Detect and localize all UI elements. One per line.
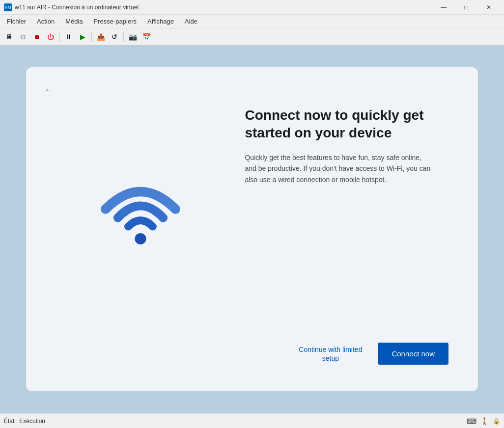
menu-action[interactable]: Action bbox=[32, 16, 59, 27]
left-side bbox=[56, 92, 225, 326]
card-actions: Continue with limitedsetup Connect now bbox=[56, 326, 448, 372]
separator-2 bbox=[91, 32, 92, 42]
pause-button[interactable]: ⏸ bbox=[62, 30, 75, 43]
setup-card: ← bbox=[26, 67, 478, 391]
menu-fichier[interactable]: Fichier bbox=[2, 16, 31, 27]
back-icon: ← bbox=[44, 85, 53, 95]
title-bar: VM w11 sur AIR - Connexion à un ordinate… bbox=[0, 0, 504, 15]
status-bar: État : Exécution ⌨ 🚶 🔒 bbox=[0, 413, 504, 428]
accessibility-icon: 🚶 bbox=[480, 417, 489, 425]
power-button[interactable]: ⏻ bbox=[44, 30, 57, 43]
keyboard-icon: ⌨ bbox=[467, 417, 476, 425]
main-heading: Connect now to quickly get started on yo… bbox=[245, 107, 448, 142]
right-side: Connect now to quickly get started on yo… bbox=[245, 92, 448, 326]
state-label: État : Exécution bbox=[4, 418, 45, 425]
refresh-button[interactable]: ↺ bbox=[108, 30, 121, 43]
title-bar-controls: — □ ✕ bbox=[432, 0, 500, 15]
circle-button[interactable]: ⊙ bbox=[17, 30, 29, 43]
app-icon: VM bbox=[4, 3, 12, 11]
window-title: w11 sur AIR - Connexion à un ordinateur … bbox=[15, 4, 139, 11]
wifi-icon bbox=[96, 170, 185, 248]
back-button[interactable]: ← bbox=[41, 82, 56, 98]
continue-limited-button[interactable]: Continue with limitedsetup bbox=[293, 341, 368, 367]
separator-3 bbox=[123, 32, 124, 42]
snapshot-button[interactable]: 📷 bbox=[126, 30, 139, 43]
separator-1 bbox=[59, 32, 60, 42]
wifi-illustration bbox=[96, 170, 185, 248]
toolbar: 🖥 ⊙ ⏺ ⏻ ⏸ ▶ 📤 ↺ 📷 📅 bbox=[0, 28, 504, 45]
card-content: Connect now to quickly get started on yo… bbox=[56, 92, 448, 326]
menu-presse-papiers[interactable]: Presse-papiers bbox=[89, 16, 141, 27]
menu-media[interactable]: Média bbox=[60, 16, 87, 27]
sub-text: Quickly get the best features to have fu… bbox=[245, 152, 431, 185]
close-button[interactable]: ✕ bbox=[477, 0, 500, 15]
connect-now-button[interactable]: Connect now bbox=[378, 343, 448, 365]
continue-limited-label: Continue with limitedsetup bbox=[299, 346, 362, 362]
play-button[interactable]: ▶ bbox=[76, 30, 89, 43]
menu-affichage[interactable]: Affichage bbox=[142, 16, 179, 27]
monitor-button[interactable]: 🖥 bbox=[3, 30, 16, 43]
svg-point-0 bbox=[135, 233, 146, 244]
calendar-button[interactable]: 📅 bbox=[140, 30, 153, 43]
title-bar-left: VM w11 sur AIR - Connexion à un ordinate… bbox=[4, 3, 139, 11]
lock-icon: 🔒 bbox=[493, 418, 500, 425]
maximize-button[interactable]: □ bbox=[455, 0, 477, 15]
menu-aide[interactable]: Aide bbox=[180, 16, 202, 27]
status-bar-right: ⌨ 🚶 🔒 bbox=[467, 417, 500, 425]
main-area: ← bbox=[0, 45, 504, 413]
menu-bar: Fichier Action Média Presse-papiers Affi… bbox=[0, 15, 504, 28]
minimize-button[interactable]: — bbox=[432, 0, 455, 15]
record-button[interactable]: ⏺ bbox=[30, 30, 43, 43]
export-button[interactable]: 📤 bbox=[94, 30, 107, 43]
